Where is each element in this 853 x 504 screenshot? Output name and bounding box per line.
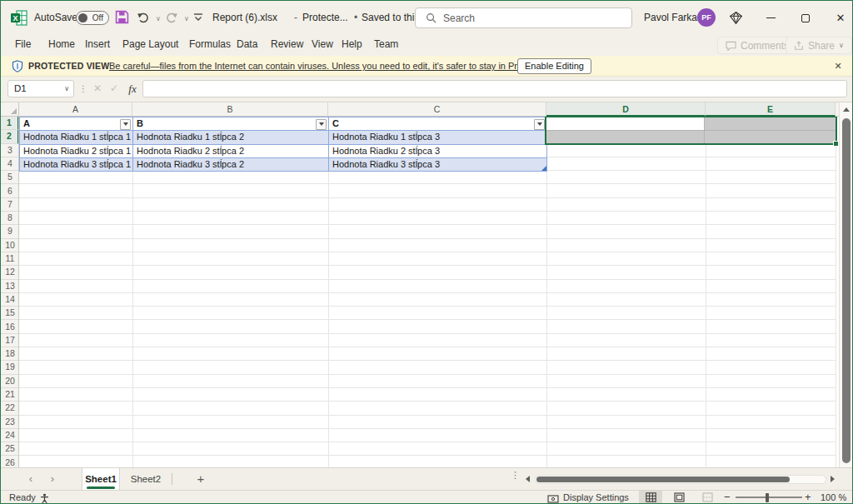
row-header-22[interactable]: 22 [1, 402, 19, 415]
row-header-24[interactable]: 24 [1, 429, 19, 442]
row-header-25[interactable]: 25 [1, 442, 19, 456]
user-avatar[interactable]: PF [697, 8, 716, 27]
row-header-18[interactable]: 18 [1, 347, 19, 361]
insert-function-icon[interactable]: fx [125, 80, 140, 97]
vertical-scrollbar-thumb[interactable] [842, 118, 851, 463]
row-header-20[interactable]: 20 [1, 375, 19, 388]
tab-insert[interactable]: Insert [83, 35, 112, 56]
sheet-nav-prev-icon[interactable]: ‹ [22, 468, 39, 490]
cell-C4[interactable]: Hodnota Riadku 3 stĺpca 3 [329, 158, 547, 172]
share-button[interactable]: Share ∨ [786, 37, 852, 54]
grid-row-stripe[interactable] [19, 293, 836, 307]
page-break-preview-button[interactable] [696, 491, 719, 504]
cell-B2[interactable]: Hodnota Riadku 1 stĺpca 2 [133, 131, 329, 144]
cell-B1[interactable]: B [133, 117, 329, 131]
row-header-16[interactable]: 16 [1, 321, 19, 334]
grid-row-stripe[interactable] [19, 171, 836, 184]
grid-row-stripe[interactable] [19, 266, 836, 279]
close-button[interactable]: ✕ [828, 1, 853, 35]
row-header-5[interactable]: 5 [1, 171, 19, 184]
tab-review[interactable]: Review [269, 35, 305, 56]
row-header-19[interactable]: 19 [1, 361, 19, 374]
selection-range[interactable] [545, 117, 837, 145]
row-header-6[interactable]: 6 [1, 185, 19, 198]
grid-row-stripe[interactable] [19, 402, 836, 415]
row-header-13[interactable]: 13 [1, 280, 19, 293]
normal-view-button[interactable] [639, 491, 662, 504]
save-icon[interactable] [115, 10, 129, 27]
active-cell-d1[interactable] [546, 117, 704, 130]
row-header-11[interactable]: 11 [1, 252, 19, 266]
row-header-1[interactable]: 1 [1, 117, 19, 130]
page-layout-view-button[interactable] [667, 491, 691, 504]
row-header-26[interactable]: 26 [1, 457, 19, 469]
filter-button-A[interactable] [120, 119, 131, 130]
user-name[interactable]: Pavol Farkaš [644, 1, 702, 35]
maximize-button[interactable] [793, 1, 818, 35]
tab-data[interactable]: Data [235, 35, 259, 56]
cell-C3[interactable]: Hodnota Riadku 2 stĺpca 3 [329, 145, 547, 158]
cell-C1[interactable]: C [329, 117, 547, 131]
row-header-23[interactable]: 23 [1, 416, 19, 429]
column-header-E[interactable]: E [706, 102, 836, 117]
zoom-slider[interactable] [736, 497, 802, 498]
accessibility-icon[interactable] [39, 492, 50, 504]
redo-icon[interactable] [165, 11, 178, 27]
tab-page-layout[interactable]: Page Layout [121, 35, 180, 56]
vertical-scrollbar[interactable] [839, 102, 852, 468]
grid-row-stripe[interactable] [19, 442, 836, 456]
grid-row-stripe[interactable] [19, 388, 836, 402]
row-header-17[interactable]: 17 [1, 334, 19, 347]
sheet-nav-next-icon[interactable]: › [44, 468, 61, 490]
gem-icon[interactable] [729, 11, 743, 28]
cell-A2[interactable]: Hodnota Riadku 1 stĺpca 1 [20, 131, 133, 144]
tab-home[interactable]: Home [47, 35, 77, 56]
tab-file[interactable]: File [13, 35, 32, 56]
column-header-A[interactable]: A [19, 102, 132, 116]
tab-help[interactable]: Help [340, 35, 364, 56]
row-header-15[interactable]: 15 [1, 307, 19, 320]
enter-icon[interactable]: ✓ [107, 80, 121, 97]
protected-view-close-icon[interactable]: ✕ [830, 56, 846, 76]
undo-dropdown-icon[interactable]: ∨ [151, 11, 166, 26]
grid-row-stripe[interactable] [19, 307, 836, 320]
formula-input[interactable] [142, 80, 847, 97]
name-box-chevron-icon[interactable]: ∨ [64, 81, 69, 97]
undo-icon[interactable] [137, 11, 150, 27]
cell-A1[interactable]: A [20, 117, 133, 131]
display-settings-icon[interactable] [547, 493, 559, 504]
grid-row-stripe[interactable] [19, 225, 836, 238]
table-resize-handle[interactable] [541, 166, 546, 171]
quick-access-toolbar-icon[interactable] [192, 12, 204, 27]
filter-button-B[interactable] [316, 119, 327, 130]
row-header-4[interactable]: 4 [1, 157, 19, 171]
cell-A4[interactable]: Hodnota Riadku 3 stĺpca 1 [20, 158, 133, 172]
tab-view[interactable]: View [310, 35, 335, 56]
search-input[interactable] [443, 12, 610, 24]
autosave-toggle[interactable]: Off [76, 11, 109, 25]
grid-row-stripe[interactable] [19, 321, 836, 334]
grid-row-stripe[interactable] [19, 416, 836, 429]
row-header-21[interactable]: 21 [1, 388, 19, 402]
sheet-tab-sheet1[interactable]: Sheet1 [82, 468, 120, 490]
row-header-3[interactable]: 3 [1, 144, 19, 157]
grid-row-stripe[interactable] [19, 457, 836, 469]
grid-row-stripe[interactable] [19, 361, 836, 374]
minimize-button[interactable] [758, 1, 783, 35]
horizontal-scrollbar[interactable] [535, 475, 826, 484]
display-settings-label[interactable]: Display Settings [563, 491, 629, 504]
name-box[interactable]: D1 ∨ [7, 80, 74, 97]
scroll-left-icon[interactable] [526, 476, 530, 482]
cell-B4[interactable]: Hodnota Riadku 3 stĺpca 2 [133, 158, 329, 172]
row-header-12[interactable]: 12 [1, 266, 19, 279]
grid-row-stripe[interactable] [19, 252, 836, 266]
cell-A3[interactable]: Hodnota Riadku 2 stĺpca 1 [20, 145, 133, 158]
cell-C2[interactable]: Hodnota Riadku 1 stĺpca 3 [329, 131, 547, 144]
zoom-out-button[interactable]: − [724, 491, 731, 504]
grid-row-stripe[interactable] [19, 239, 836, 252]
grid-row-stripe[interactable] [19, 429, 836, 442]
grid-row-stripe[interactable] [19, 280, 836, 293]
filter-button-C[interactable] [534, 119, 545, 130]
cell-B3[interactable]: Hodnota Riadku 2 stĺpca 2 [133, 145, 329, 158]
fill-handle[interactable] [833, 141, 839, 147]
